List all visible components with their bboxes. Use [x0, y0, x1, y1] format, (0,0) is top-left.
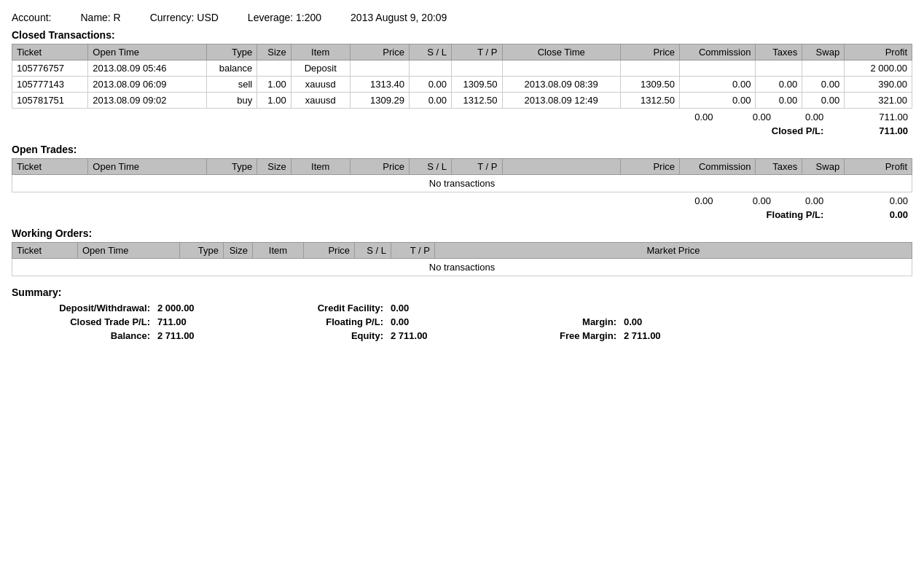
th-wo-item: Item: [253, 243, 304, 259]
table-row: 1057817512013.08.09 09:02buy1.00xauusd13…: [12, 93, 912, 109]
closed-pl-label: Closed Trade P/L:: [12, 316, 157, 327]
working-orders-table: Ticket Open Time Type Size Item Price S …: [12, 242, 912, 276]
table-row: 1057771432013.08.09 06:09sell1.00xauusd1…: [12, 77, 912, 93]
open-total-swap: 0.00: [775, 194, 828, 208]
datetime-value: 2013 August 9, 20:09: [351, 12, 447, 23]
closed-totals-table: 0.00 0.00 0.00 711.00 Closed P/L: 711.00: [12, 110, 912, 138]
open-trades-no-transactions: No transactions: [12, 175, 912, 192]
margin-label: Margin:: [478, 316, 624, 327]
table-cell: xauusd: [291, 77, 350, 93]
margin-value: 0.00: [624, 316, 711, 327]
table-cell: 2013.08.09 08:39: [502, 77, 620, 93]
th-ot-swap: Swap: [802, 159, 845, 175]
th-profit: Profit: [845, 44, 912, 61]
closed-pl-row: Closed P/L: 711.00: [12, 124, 912, 138]
th-size: Size: [257, 44, 291, 61]
th-ot-size: Size: [257, 159, 291, 175]
free-margin-label: Free Margin:: [478, 330, 624, 341]
table-cell: [502, 61, 620, 77]
table-cell: 0.00: [756, 93, 802, 109]
balance-value: 2 711.00: [157, 330, 245, 341]
th-price: Price: [350, 44, 409, 61]
closed-transactions-title: Closed Transactions:: [12, 29, 912, 41]
closed-transactions-header-row: Ticket Open Time Type Size Item Price S …: [12, 44, 912, 61]
table-cell: 105777143: [12, 77, 88, 93]
account-header: Account: Name: R Currency: USD Leverage:…: [12, 12, 912, 23]
table-cell: [350, 61, 409, 77]
credit-value: 0.00: [391, 303, 478, 313]
table-cell: [756, 61, 802, 77]
table-cell: 0.00: [802, 93, 845, 109]
working-orders-no-transactions-text: No transactions: [12, 259, 912, 276]
table-cell: [680, 61, 756, 77]
table-cell: [451, 61, 502, 77]
th-commission: Commission: [680, 44, 756, 61]
floating-pl-label: Floating P/L:: [245, 316, 391, 327]
table-cell: 1309.29: [350, 93, 409, 109]
floating-pl-value: 0.00: [828, 208, 912, 222]
table-cell: 105781751: [12, 93, 88, 109]
th-wo-sl: S / L: [355, 243, 391, 259]
th-type: Type: [206, 44, 257, 61]
open-total-profit: 0.00: [828, 194, 912, 208]
table-cell: [802, 61, 845, 77]
table-cell: xauusd: [291, 93, 350, 109]
table-cell: 1313.40: [350, 77, 409, 93]
equity-value: 2 711.00: [391, 330, 478, 341]
table-cell: Deposit: [291, 61, 350, 77]
th-ot-profit: Profit: [845, 159, 912, 175]
th-ticket: Ticket: [12, 44, 88, 61]
th-ot-item: Item: [291, 159, 350, 175]
equity-label: Equity:: [245, 330, 391, 341]
th-sl: S / L: [409, 44, 451, 61]
open-total-taxes: 0.00: [718, 194, 776, 208]
th-wo-tp: T / P: [391, 243, 435, 259]
th-closetime: Close Time: [502, 44, 620, 61]
closed-pl-value: 711.00: [157, 316, 245, 327]
th-wo-ticket: Ticket: [12, 243, 78, 259]
closed-pl-label: Closed P/L:: [12, 124, 828, 138]
open-trades-header-row: Ticket Open Time Type Size Item Price S …: [12, 159, 912, 175]
open-totals-row: 0.00 0.00 0.00 0.00: [12, 194, 912, 208]
working-orders-header-row: Ticket Open Time Type Size Item Price S …: [12, 243, 912, 259]
table-cell: [409, 61, 451, 77]
leverage-value: Leverage: 1:200: [248, 12, 321, 23]
th-ot-price: Price: [350, 159, 409, 175]
th-swap: Swap: [802, 44, 845, 61]
table-cell: 105776757: [12, 61, 88, 77]
credit-label: Credit Facility:: [245, 303, 391, 313]
table-cell: 1.00: [257, 93, 291, 109]
table-cell: buy: [206, 93, 257, 109]
summary-section: Summary: Deposit/Withdrawal: 2 000.00 Cr…: [12, 286, 912, 341]
table-cell: 0.00: [756, 77, 802, 93]
open-trades-title: Open Trades:: [12, 144, 912, 155]
floating-pl-label: Floating P/L:: [12, 208, 828, 222]
table-cell: 0.00: [680, 77, 756, 93]
table-cell: [620, 61, 679, 77]
table-cell: 1312.50: [451, 93, 502, 109]
th-wo-market: Market Price: [435, 243, 912, 259]
th-opentime: Open Time: [88, 44, 206, 61]
working-orders-title: Working Orders:: [12, 227, 912, 239]
table-cell: 1.00: [257, 77, 291, 93]
table-cell: 2013.08.09 05:46: [88, 61, 206, 77]
table-cell: 1312.50: [620, 93, 679, 109]
closed-transactions-table: Ticket Open Time Type Size Item Price S …: [12, 44, 912, 109]
open-trades-table: Ticket Open Time Type Size Item Price S …: [12, 158, 912, 192]
floating-pl-row: Floating P/L: 0.00: [12, 208, 912, 222]
deposit-value: 2 000.00: [157, 303, 245, 313]
open-trades-no-transactions-text: No transactions: [12, 175, 912, 192]
summary-title: Summary:: [12, 286, 912, 298]
table-cell: balance: [206, 61, 257, 77]
summary-grid: Deposit/Withdrawal: 2 000.00 Credit Faci…: [12, 303, 912, 341]
deposit-label: Deposit/Withdrawal:: [12, 303, 157, 313]
name-value: Name: R: [80, 12, 120, 23]
account-label: Account:: [12, 12, 51, 23]
th-wo-opentime: Open Time: [78, 243, 180, 259]
th-ot-taxes: Taxes: [756, 159, 802, 175]
working-orders-no-transactions: No transactions: [12, 259, 912, 276]
th-wo-type: Type: [180, 243, 224, 259]
th-wo-size: Size: [224, 243, 253, 259]
balance-label: Balance:: [12, 330, 157, 341]
table-cell: 2013.08.09 06:09: [88, 77, 206, 93]
